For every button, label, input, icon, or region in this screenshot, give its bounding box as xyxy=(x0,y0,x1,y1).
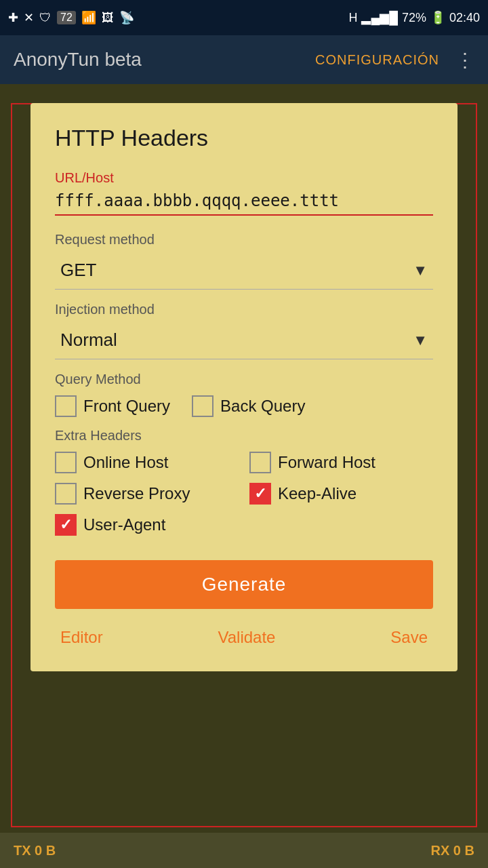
reverse-proxy-item[interactable]: Reverse Proxy xyxy=(55,483,239,505)
app-bar-right: CONFIGURACIÓN ⋮ xyxy=(315,49,474,71)
request-method-value: GET xyxy=(60,260,96,281)
online-host-item[interactable]: Online Host xyxy=(55,452,239,473)
query-method-checkboxes: Front Query Back Query xyxy=(55,395,433,417)
back-query-item[interactable]: Back Query xyxy=(192,395,305,417)
keep-alive-checkbox[interactable] xyxy=(249,483,271,505)
injection-method-arrow: ▼ xyxy=(413,332,428,349)
dialog: HTTP Headers URL/Host Request method GET… xyxy=(30,103,458,671)
url-input[interactable] xyxy=(55,191,433,210)
signal-bars: H xyxy=(348,11,357,25)
tx-label: TX 0 B xyxy=(14,843,56,859)
forward-host-item[interactable]: Forward Host xyxy=(249,452,433,473)
reverse-proxy-label: Reverse Proxy xyxy=(83,484,190,503)
keep-alive-label: Keep-Alive xyxy=(278,484,357,503)
image-icon: 🖼 xyxy=(102,11,114,25)
signal-icon: 📡 xyxy=(119,10,134,25)
dialog-overlay: HTTP Headers URL/Host Request method GET… xyxy=(0,84,488,868)
shield-icon: 🛡 xyxy=(39,11,52,25)
request-method-label: Request method xyxy=(55,232,433,248)
user-agent-checkbox[interactable] xyxy=(55,514,77,536)
injection-method-label: Injection method xyxy=(55,302,433,317)
more-icon[interactable]: ⋮ xyxy=(455,49,474,71)
front-query-item[interactable]: Front Query xyxy=(55,395,170,417)
url-label: URL/Host xyxy=(55,170,433,186)
battery-icon: 🔋 xyxy=(430,10,445,25)
online-host-label: Online Host xyxy=(83,453,168,472)
status-bar: ✚ ✕ 🛡 72 📶 🖼 📡 H ▂▄▆█ 72% 🔋 02:40 xyxy=(0,0,488,35)
configuracion-button[interactable]: CONFIGURACIÓN xyxy=(315,52,439,68)
query-method-label: Query Method xyxy=(55,372,433,387)
wifi-icon: 📶 xyxy=(81,10,96,25)
status-bar-right: H ▂▄▆█ 72% 🔋 02:40 xyxy=(348,10,480,25)
app-title: AnonyTun beta xyxy=(14,49,142,71)
online-host-checkbox[interactable] xyxy=(55,452,77,473)
generate-button[interactable]: Generate xyxy=(55,560,433,609)
app-bar: AnonyTun beta CONFIGURACIÓN ⋮ xyxy=(0,35,488,84)
bottom-bar: TX 0 B RX 0 B xyxy=(0,833,488,868)
plus-icon: ✚ xyxy=(8,10,18,25)
front-query-label: Front Query xyxy=(83,397,170,416)
extra-headers-label: Extra Headers xyxy=(55,428,433,443)
badge-72: 72 xyxy=(57,11,76,24)
validate-button[interactable]: Validate xyxy=(218,628,276,647)
front-query-checkbox[interactable] xyxy=(55,395,77,417)
x-icon: ✕ xyxy=(24,10,34,25)
reverse-proxy-checkbox[interactable] xyxy=(55,483,77,505)
editor-button[interactable]: Editor xyxy=(60,628,103,647)
injection-method-value: Normal xyxy=(60,330,117,351)
clock: 02:40 xyxy=(449,11,480,25)
forward-host-label: Forward Host xyxy=(278,453,375,472)
back-query-checkbox[interactable] xyxy=(192,395,214,417)
signal-bars2: ▂▄▆█ xyxy=(361,10,398,25)
forward-host-checkbox[interactable] xyxy=(249,452,271,473)
save-button[interactable]: Save xyxy=(390,628,428,647)
injection-method-dropdown[interactable]: Normal ▼ xyxy=(55,321,433,359)
user-agent-item[interactable]: User-Agent xyxy=(55,514,239,536)
status-bar-left: ✚ ✕ 🛡 72 📶 🖼 📡 xyxy=(8,10,134,25)
battery-pct: 72% xyxy=(402,11,426,25)
extra-headers-grid: Online Host Forward Host Reverse Proxy K… xyxy=(55,452,433,536)
request-method-dropdown[interactable]: GET ▼ xyxy=(55,252,433,290)
rx-label: RX 0 B xyxy=(431,843,474,859)
url-input-wrapper xyxy=(55,191,433,216)
user-agent-label: User-Agent xyxy=(83,515,165,534)
request-method-arrow: ▼ xyxy=(413,262,428,279)
back-query-label: Back Query xyxy=(220,397,305,416)
bottom-actions: Editor Validate Save xyxy=(55,628,433,647)
keep-alive-item[interactable]: Keep-Alive xyxy=(249,483,433,505)
dialog-title: HTTP Headers xyxy=(55,125,433,151)
